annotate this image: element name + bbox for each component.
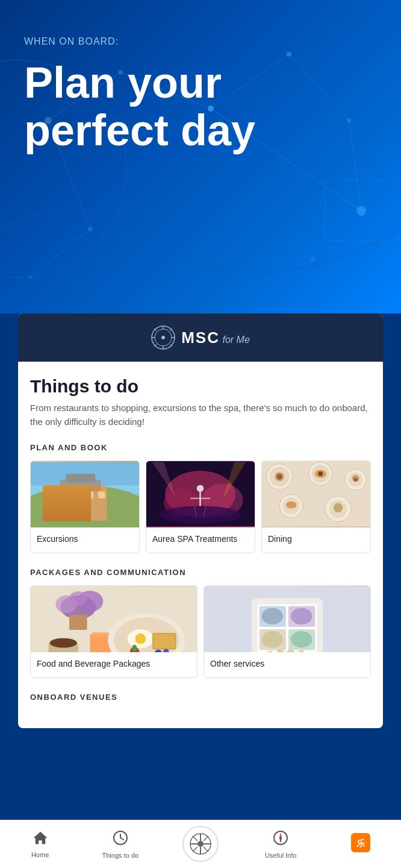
other-services-card[interactable]: Other services (204, 585, 371, 678)
clock-icon (113, 830, 128, 849)
svg-line-121 (204, 847, 208, 852)
other-services-label: Other services (204, 652, 370, 678)
svg-point-102 (291, 608, 312, 625)
svg-point-101 (262, 608, 283, 625)
wheel-icon (182, 826, 219, 862)
nav-home[interactable]: Home (0, 831, 80, 858)
svg-line-16 (30, 229, 90, 277)
food-bev-label: Food and Beverage Packages (31, 652, 197, 678)
nav-center[interactable] (160, 826, 240, 863)
msc-brand: MSC for Me (181, 329, 250, 347)
dining-image (262, 461, 370, 527)
nav-useful[interactable]: Useful Info (241, 830, 321, 859)
svg-line-113 (120, 838, 123, 840)
msc-logo: MSC for Me (30, 326, 371, 350)
home-nav-label: Home (31, 851, 49, 858)
svg-point-67 (334, 503, 343, 513)
svg-point-104 (291, 631, 312, 648)
food-bev-image (31, 586, 197, 652)
useful-nav-label: Useful Info (265, 852, 297, 859)
svg-point-64 (286, 502, 297, 509)
nav-le-you[interactable]: 乐 (321, 832, 401, 857)
msc-header: MSC for Me (18, 313, 383, 362)
svg-point-68 (276, 474, 282, 480)
svg-point-51 (159, 506, 241, 523)
spa-label: Aurea SPA Treatments (146, 527, 255, 553)
nav-things[interactable]: Things to do (80, 830, 160, 859)
packages-grid: Food and Beverage Packages (30, 585, 371, 678)
spa-image (146, 461, 255, 527)
svg-rect-39 (31, 462, 139, 485)
onboard-venues-label: ONBOARD VENUES (30, 693, 371, 714)
excursions-card[interactable]: Excursions (30, 461, 140, 553)
svg-point-80 (50, 638, 77, 648)
svg-line-123 (193, 847, 197, 852)
svg-point-31 (31, 485, 139, 527)
plan-book-label: PLAN AND BOOK (30, 443, 371, 452)
things-nav-label: Things to do (102, 852, 139, 859)
home-icon (33, 831, 48, 849)
svg-rect-82 (92, 632, 110, 637)
svg-point-76 (69, 591, 87, 606)
spa-card[interactable]: Aurea SPA Treatments (146, 461, 255, 553)
svg-rect-88 (154, 634, 175, 649)
dining-card[interactable]: Dining (261, 461, 371, 553)
dining-label: Dining (262, 527, 370, 553)
hero-title: Plan your perfect day (24, 59, 377, 154)
compass-nav-icon (273, 830, 288, 849)
compass-icon (151, 326, 175, 350)
packages-label: PACKAGES AND COMMUNICATION (30, 568, 371, 577)
hero-subtitle: WHEN ON BOARD: (24, 36, 377, 47)
svg-line-122 (204, 836, 208, 841)
svg-point-115 (197, 841, 204, 847)
svg-rect-77 (69, 615, 87, 631)
other-services-image (204, 586, 370, 652)
svg-point-103 (262, 631, 283, 648)
svg-point-90 (132, 645, 137, 652)
svg-rect-36 (75, 491, 82, 498)
game-icon: 乐 (350, 832, 371, 857)
card-body: Things to do From restaurants to shoppin… (18, 362, 383, 728)
svg-text:乐: 乐 (356, 838, 365, 848)
excursions-image (31, 461, 139, 527)
svg-point-69 (318, 471, 323, 476)
food-bev-card[interactable]: Food and Beverage Packages (30, 585, 197, 678)
main-card: MSC for Me Things to do From restaurants… (18, 313, 383, 728)
svg-point-44 (197, 485, 204, 492)
svg-rect-35 (63, 491, 70, 498)
things-to-do-title: Things to do (30, 376, 371, 397)
svg-line-120 (193, 836, 197, 841)
svg-point-6 (311, 257, 316, 262)
svg-marker-127 (279, 838, 282, 843)
things-to-do-desc: From restaurants to shopping, excursions… (30, 401, 371, 429)
svg-point-29 (161, 336, 165, 339)
bottom-nav: Home Things to do (0, 820, 401, 868)
svg-marker-126 (279, 832, 282, 837)
hero-section: WHEN ON BOARD: Plan your perfect day (0, 0, 401, 313)
svg-point-86 (135, 634, 146, 644)
svg-point-70 (354, 478, 358, 482)
svg-rect-38 (98, 491, 105, 498)
svg-rect-37 (86, 491, 93, 498)
excursions-label: Excursions (31, 527, 139, 553)
plan-book-grid: Excursions (30, 461, 371, 553)
